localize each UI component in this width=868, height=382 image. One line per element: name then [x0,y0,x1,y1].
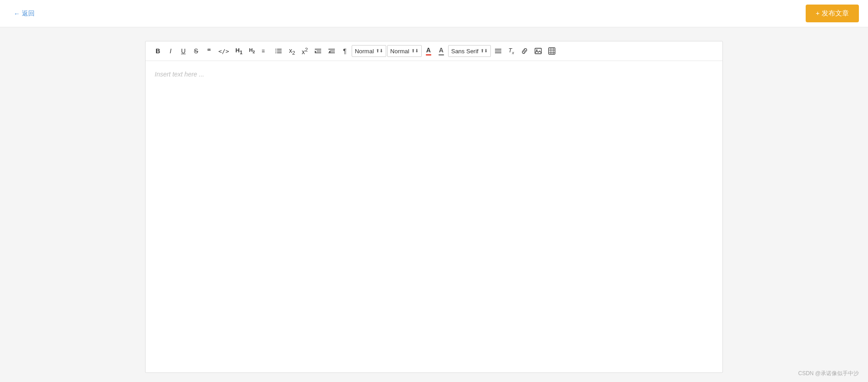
paragraph-button[interactable]: ¶ [339,45,351,57]
svg-rect-18 [535,48,541,54]
watermark: CSDN @承诺像似手中沙 [798,370,859,377]
font-family-select[interactable]: Sans Serif ⬆⬇ [448,45,491,57]
font-color-icon: A [426,46,431,56]
indent-left-icon [328,47,335,55]
font-family-value: Sans Serif [451,48,479,55]
style-select-2-value: Normal [390,48,409,55]
superscript-button[interactable]: x2 [299,45,311,57]
indent-left-button[interactable] [325,45,338,57]
h1-label: H1 [235,47,242,55]
clear-format-label: Tx [508,47,514,55]
superscript-label: x2 [302,46,308,56]
ordered-list-icon: ≡ [262,47,269,55]
font-bgcolor-button[interactable]: A [435,45,447,57]
indent-right-icon [314,47,322,55]
font-color-button[interactable]: A [423,45,434,57]
editor-body[interactable]: Insert text here ... [146,61,722,325]
clear-format-button[interactable]: Tx [505,45,517,57]
italic-button[interactable]: I [165,45,177,57]
subscript-label: x2 [289,47,295,56]
image-button[interactable] [532,45,545,57]
svg-point-5 [275,51,276,51]
font-family-arrows: ⬆⬇ [480,49,488,53]
h1-button[interactable]: H1 [232,45,245,57]
editor-toolbar: B I U S ❝ </> H1 H2 ≡ [146,41,722,61]
svg-point-4 [275,49,276,50]
style-select-1-value: Normal [355,48,374,55]
quote-button[interactable]: ❝ [203,45,215,57]
indent-right-button[interactable] [312,45,324,57]
table-button[interactable] [545,45,558,57]
bold-button[interactable]: B [152,45,164,57]
publish-button[interactable]: + 发布文章 [806,5,859,22]
subscript-button[interactable]: x2 [286,45,298,57]
ordered-list-button[interactable]: ≡ [259,45,272,57]
align-icon [495,47,502,55]
table-icon [548,47,555,55]
back-button[interactable]: ← 返回 [9,7,39,20]
editor-placeholder: Insert text here ... [155,71,204,78]
code-button[interactable]: </> [216,45,232,57]
unordered-list-button[interactable] [273,45,285,57]
image-icon [535,47,542,55]
unordered-list-icon [275,47,283,55]
link-icon [521,47,528,55]
style-select-2-arrows: ⬆⬇ [411,49,419,53]
editor-container: B I U S ❝ </> H1 H2 ≡ [145,41,723,373]
link-button[interactable] [518,45,531,57]
underline-button[interactable]: U [177,45,189,57]
svg-point-6 [275,52,276,53]
svg-point-19 [536,50,537,51]
top-bar: ← 返回 + 发布文章 [0,0,868,27]
main-content: B I U S ❝ </> H1 H2 ≡ [0,27,868,382]
h2-button[interactable]: H2 [246,45,258,57]
back-label: 返回 [22,10,35,18]
font-bgcolor-icon: A [439,46,444,56]
back-arrow-icon: ← [14,10,20,17]
style-select-1[interactable]: Normal ⬆⬇ [352,45,386,57]
strikethrough-button[interactable]: S [190,45,202,57]
style-select-1-arrows: ⬆⬇ [376,49,383,53]
font-color-bar [426,54,431,56]
font-bgcolor-bar [439,54,444,56]
h2-label: H2 [249,47,255,54]
svg-text:≡: ≡ [262,48,265,54]
align-button[interactable] [492,45,505,57]
style-select-2[interactable]: Normal ⬆⬇ [387,45,422,57]
svg-rect-20 [549,48,555,54]
